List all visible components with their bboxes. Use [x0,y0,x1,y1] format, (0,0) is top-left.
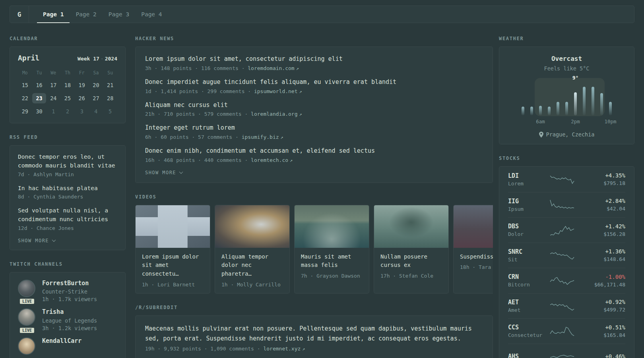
video-thumbnail [136,205,210,248]
hn-item-title[interactable]: Integer eget rutrum lorem [145,124,483,132]
channel-meta: 1h · 1.7k viewers [42,296,97,302]
stock-id: CCSConsectetur [508,324,549,338]
weather-section-title: WEATHER [499,36,634,41]
calendar-header: April Week 17·2024 [18,54,117,62]
video-meta: 18h · Tara [460,264,493,270]
stock-row[interactable]: CRNBitcorn-1.00%$66,171.48 [508,268,625,293]
subreddit-post-list: Maecenas mollis pulvinar erat non posuer… [145,324,483,352]
stock-price: $42.04 [575,206,625,212]
stock-sparkline [549,247,575,263]
weekday-label: We [46,68,60,77]
rss-item-meta: 7d · Ashlyn Martin [18,171,117,177]
hackernews-card: Lorem ipsum dolor sit amet, consectetur … [135,47,493,183]
stock-id: IIGIpsum [508,198,549,212]
center-column: HACKER NEWS Lorem ipsum dolor sit amet, … [135,25,493,358]
calendar-week-number: Week 17 [78,56,99,62]
video-title: Mauris sit amet massa felis [301,253,363,270]
stock-row[interactable]: CCSConsectetur+0.51%$165.84 [508,318,625,344]
weekday-label: Tu [32,68,47,77]
twitch-channel[interactable]: KendallCarr [18,337,117,355]
stock-sparkline [549,171,575,187]
stock-row[interactable]: AETAmet+0.92%$499.72 [508,293,625,319]
hn-item-domain-link[interactable]: loremtech.co [251,157,288,163]
tab-page-2[interactable]: Page 2 [70,6,102,23]
stock-row[interactable]: IIGIpsum+2.84%$42.04 [508,192,625,218]
twitch-card: LIVEForrestBurtonCounter-Strike1h · 1.7k… [10,272,126,358]
channel-game: League of Legends [42,317,97,324]
hn-item-title[interactable]: Donec enim nibh, condimentum et accumsan… [145,147,483,156]
twitch-channel-list: LIVEForrestBurtonCounter-Strike1h · 1.7k… [18,280,117,355]
weekday-label: Su [103,68,117,77]
rss-show-more-button[interactable]: SHOW MORE [18,238,55,243]
twitch-channel[interactable]: LIVETrishaLeague of Legends3h · 1.2k vie… [18,308,117,331]
rss-item-title[interactable]: Sed volutpat nulla nisl, a condimentum n… [18,206,117,224]
rss-item-title[interactable]: In hac habitasse platea [18,184,117,193]
tab-page-4[interactable]: Page 4 [135,6,168,23]
hn-item: Integer eget rutrum lorem6h · 60 points … [145,124,483,140]
weather-bar [583,87,586,115]
calendar-day: 22 [18,93,32,103]
stock-id: CRNBitcorn [508,273,549,288]
sub-item: Maecenas mollis pulvinar erat non posuer… [145,324,483,352]
hn-item-domain-link[interactable]: ipsumify.biz [242,134,279,140]
weather-time-labels: 6am2pm10pm [522,119,612,125]
calendar-grid: MoTuWeThFrSaSu15161718192021222324252627… [18,68,117,117]
video-card[interactable]: Suspendisse diam18h · Tara [453,205,493,294]
hn-item-title[interactable]: Aliquam nec cursus elit [145,101,483,110]
hn-item: Donec imperdiet augue tincidunt felis al… [145,78,483,94]
stock-id: LDILorem [508,172,549,187]
stock-row[interactable]: DBSDolor+1.42%$156.28 [508,217,625,243]
chevron-down-icon [52,238,56,242]
hackernews-show-more-button[interactable]: SHOW MORE [145,170,182,175]
show-more-label: SHOW MORE [145,170,176,175]
live-badge: LIVE [19,298,35,305]
twitch-channel[interactable]: LIVEForrestBurtonCounter-Strike1h · 1.7k… [18,280,117,303]
stock-row[interactable]: SNRCSit+1.36%$148.64 [508,243,625,268]
tab-page-3[interactable]: Page 3 [103,6,135,23]
hn-item-meta-text: 1d · 1,414 points · 299 comments · [145,88,254,94]
video-card[interactable]: Nullam posuere cursus ex17h · Stefan Col… [374,205,449,294]
weather-card: Overcast Feels like 5°C 9° 6am2pm10pm Pr… [499,47,634,144]
stock-id: DBSDolor [508,223,549,237]
hn-item-title[interactable]: Donec imperdiet augue tincidunt felis al… [145,78,483,87]
calendar-day: 19 [75,80,89,90]
chevron-down-icon [179,170,183,174]
stock-values: +2.84%$42.04 [575,198,625,212]
stock-price: $165.84 [575,332,625,338]
hn-item-domain-link[interactable]: loremdomain.com [248,65,294,71]
sub-item-title[interactable]: Maecenas mollis pulvinar erat non posuer… [145,324,483,344]
video-card[interactable]: Aliquam tempor dolor nec pharetra…1h · M… [215,205,290,294]
stock-name: Consectetur [508,332,549,338]
weather-hourly-chart: 9° [522,84,612,115]
sub-item-domain-link[interactable]: loremnet.xyz [263,346,301,352]
subreddit-card: Maecenas mollis pulvinar erat non posuer… [135,315,493,358]
rss-item-title[interactable]: Donec tempor eros leo, ut commodo mauris… [18,153,117,170]
stock-values: +4.35%$795.18 [575,172,625,186]
video-card-body: Nullam posuere cursus ex17h · Stefan Col… [374,248,448,284]
stock-row[interactable]: AHS+0.46% [508,344,625,358]
subreddit-section-title: /R/SUBREDDIT [135,305,493,310]
hn-item-title[interactable]: Lorem ipsum dolor sit amet, consectetur … [145,55,483,64]
app-logo[interactable]: G [10,6,29,23]
weather-bar-current [574,92,577,115]
stock-change: +0.92% [575,299,625,305]
hn-item-domain-link[interactable]: ipsumworld.net [254,88,298,94]
video-card-row: Lorem ipsum dolor sit amet consectetu…1h… [135,205,493,294]
stock-change: +0.51% [575,324,625,331]
stock-id: AETAmet [508,299,549,313]
video-card[interactable]: Mauris sit amet massa felis7h · Grayson … [294,205,369,294]
weather-bar [530,107,533,115]
stock-symbol: SNRC [508,248,549,255]
video-card[interactable]: Lorem ipsum dolor sit amet consectetu…1h… [135,205,210,294]
hn-item-domain-link[interactable]: loremlandia.org [251,111,297,117]
stock-symbol: CCS [508,324,549,331]
hackernews-item-list: Lorem ipsum dolor sit amet, consectetur … [145,55,483,163]
weekday-label: Sa [89,68,103,77]
tab-page-1[interactable]: Page 1 [37,6,70,23]
stock-row[interactable]: LDILorem+4.35%$795.18 [508,167,625,192]
avatar [18,280,35,297]
weather-condition: Overcast [499,55,634,62]
rss-item: In hac habitasse platea8d · Cynthia Saun… [18,184,117,200]
channel-meta: 3h · 1.2k viewers [42,325,97,331]
weekday-label: Fr [75,68,89,77]
